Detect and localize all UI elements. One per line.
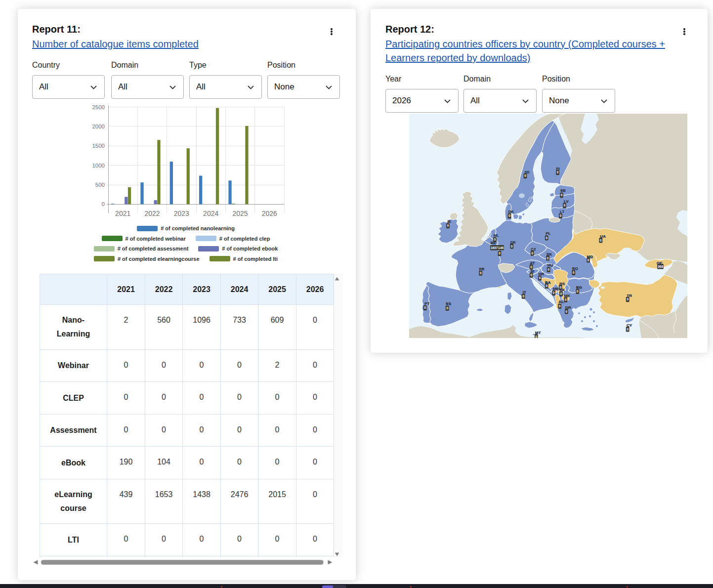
svg-text:2022: 2022 [144, 210, 160, 217]
svg-text:NL: NL [494, 233, 499, 238]
svg-text:0: 0 [524, 174, 526, 177]
svg-text:0: 0 [511, 245, 513, 248]
svg-text:ES: ES [446, 301, 451, 306]
svg-text:2025: 2025 [232, 210, 248, 217]
svg-text:0: 0 [553, 291, 555, 294]
svg-text:0: 0 [545, 236, 547, 240]
svg-text:0: 0 [530, 265, 532, 269]
svg-text:2000: 2000 [92, 124, 105, 129]
svg-text:0: 0 [566, 310, 568, 313]
svg-text:2023: 2023 [174, 210, 189, 217]
svg-text:HR: HR [539, 272, 545, 276]
svg-text:0: 0 [447, 224, 449, 227]
svg-text:IE: IE [447, 219, 451, 224]
svg-text:0: 0 [547, 256, 549, 260]
svg-text:2500: 2500 [92, 104, 105, 110]
svg-text:1607146: 1607146 [491, 246, 504, 250]
svg-text:0: 0 [587, 258, 589, 262]
svg-text:0: 0 [565, 298, 567, 301]
svg-text:0: 0 [102, 201, 105, 207]
svg-text:2021: 2021 [115, 210, 130, 217]
svg-text:1000: 1000 [92, 163, 105, 168]
svg-text:0: 0 [480, 271, 482, 275]
svg-text:LT: LT [560, 210, 564, 214]
svg-text:0: 0 [499, 252, 501, 255]
svg-text:0: 0 [545, 284, 547, 288]
svg-text:0: 0 [522, 294, 524, 298]
svg-text:0: 0 [508, 214, 510, 217]
svg-text:0: 0 [600, 239, 602, 242]
svg-text:0: 0 [560, 214, 562, 217]
svg-text:0: 0 [564, 204, 566, 207]
svg-text:0: 0 [557, 170, 559, 174]
svg-text:0: 0 [547, 268, 549, 271]
svg-text:BE: BE [491, 241, 497, 245]
svg-text:0: 0 [559, 304, 561, 308]
svg-text:0: 0 [424, 306, 426, 309]
svg-text:0: 0 [561, 193, 563, 197]
svg-text:PL: PL [545, 231, 550, 236]
svg-text:2026: 2026 [262, 210, 277, 217]
svg-text:1500: 1500 [92, 143, 105, 149]
svg-text:0: 0 [577, 290, 579, 293]
svg-text:0: 0 [531, 252, 533, 255]
svg-text:500: 500 [95, 182, 105, 188]
svg-text:0: 0 [539, 276, 541, 280]
svg-text:0: 0 [530, 273, 532, 277]
svg-text:0: 0 [560, 292, 562, 295]
svg-text:PT: PT [424, 301, 429, 306]
svg-text:HU: HU [547, 263, 553, 267]
svg-text:2024: 2024 [203, 210, 218, 217]
svg-text:DK: DK [508, 210, 514, 214]
svg-text:AL: AL [558, 299, 564, 304]
svg-text:0: 0 [535, 335, 537, 338]
svg-text:0: 0 [627, 328, 629, 331]
svg-text:0: 0 [627, 297, 629, 301]
svg-text:EE: EE [560, 188, 566, 193]
svg-text:368: 368 [658, 265, 664, 268]
svg-text:0: 0 [446, 306, 448, 310]
svg-text:0: 0 [573, 271, 575, 274]
